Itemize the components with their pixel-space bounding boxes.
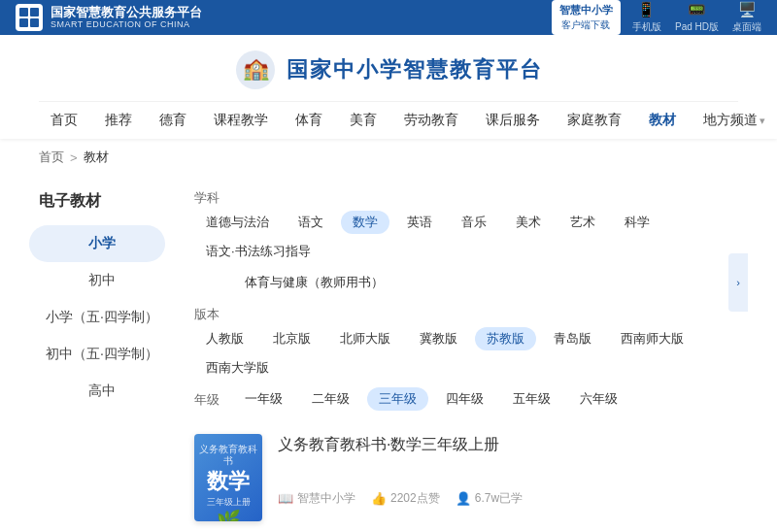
filter-tag-chinese[interactable]: 语文 [287,211,335,234]
subject-label2 [194,271,229,275]
book-item-1[interactable]: 义务教育教科书 数学 三年级上册 🌿 义务教育教科书·数学三年级上册 📖 智慧中… [194,434,728,521]
main-nav: 首页 推荐 德育 课程教学 体育 美育 劳动教育 课后服务 家庭教育 教材 地方… [39,101,738,139]
top-bar-branding: 国家智慧教育公共服务平台 SMART EDUCATION OF CHINA [16,4,202,31]
filter-tag-science[interactable]: 科学 [613,211,661,234]
phone-device[interactable]: 📱 手机版 [632,1,661,34]
nav-links: 首页 推荐 德育 课程教学 体育 美育 劳动教育 课后服务 家庭教育 教材 地方… [39,102,777,139]
svg-rect-2 [19,18,28,27]
filter-tag-calligraphy[interactable]: 语文·书法练习指导 [194,240,322,263]
filter-tag-arts[interactable]: 艺术 [558,211,607,234]
nav-courses[interactable]: 课程教学 [202,102,280,139]
svg-rect-0 [19,8,28,17]
header-logo-icon: 🏫 [234,49,277,91]
filter-edition-jijiao[interactable]: 冀教版 [408,327,469,350]
sidebar-item-middle[interactable]: 初中 [29,262,165,299]
book-list: 义务教育教科书 数学 三年级上册 🌿 义务教育教科书·数学三年级上册 📖 智慧中… [194,418,728,532]
nav-after-school[interactable]: 课后服务 [474,102,552,139]
filter-content: 学科 道德与法治 语文 数学 英语 音乐 美术 艺术 科学 语文·书法练习指导 … [175,176,728,532]
top-bar: 国家智慧教育公共服务平台 SMART EDUCATION OF CHINA 智慧… [0,0,777,35]
grade-tags: 一年级 二年级 三年级 四年级 五年级 六年级 [233,387,629,411]
book-title-1: 义务教育教科书·数学三年级上册 [278,434,728,455]
svg-rect-3 [30,18,39,27]
breadcrumb-current: 教材 [84,149,109,166]
breadcrumb-separator: > [70,150,78,165]
subject-filter-row: 学科 道德与法治 语文 数学 英语 音乐 美术 艺术 科学 语文·书法练习指导 [194,185,728,263]
sidebar-item-middle-54[interactable]: 初中（五·四学制） [29,336,165,373]
edition-filter-row: 版本 人教版 北京版 北师大版 冀教版 苏教版 青岛版 西南师大版 西南大学版 [194,302,728,380]
platform-logo [16,4,43,31]
filter-grade-5[interactable]: 五年级 [501,387,562,411]
nav-home[interactable]: 首页 [39,102,89,139]
breadcrumb: 首页 > 教材 [0,139,777,176]
svg-text:🏫: 🏫 [243,55,270,82]
dropdown-arrow: ▾ [760,115,765,127]
filter-edition-renjiaoban[interactable]: 人教版 [194,327,255,350]
subject-extra-tags: 体育与健康（教师用书） [233,271,395,294]
filter-grade-6[interactable]: 六年级 [568,387,629,411]
edition-tags: 人教版 北京版 北师大版 冀教版 苏教版 青岛版 西南师大版 西南大学版 [194,327,728,380]
device-icons: 📱 手机版 📟 Pad HD版 🖥️ 桌面端 [632,1,761,34]
pad-device[interactable]: 📟 Pad HD版 [675,1,719,34]
filter-grade-3[interactable]: 三年级 [367,387,428,411]
sidebar-title: 电子教材 [29,176,165,225]
filter-tag-moral-politics[interactable]: 道德与法治 [194,211,281,234]
breadcrumb-home[interactable]: 首页 [39,149,64,166]
nav-family[interactable]: 家庭教育 [556,102,633,139]
filter-tag-art[interactable]: 美术 [504,211,553,234]
main-content: 电子教材 小学 初中 小学（五·四学制） 初中（五·四学制） 高中 学科 道德与… [0,176,777,532]
nav-labor[interactable]: 劳动教育 [392,102,470,139]
sidebar-item-high[interactable]: 高中 [29,373,165,410]
filter-tag-english[interactable]: 英语 [395,211,444,234]
book-info-1: 义务教育教科书·数学三年级上册 📖 智慧中小学 👍 2202点赞 👤 6. [278,434,728,507]
filter-grade-2[interactable]: 二年级 [300,387,361,411]
filter-edition-xinanshida[interactable]: 西南师大版 [609,327,695,350]
book-likes-1: 👍 2202点赞 [371,490,440,507]
filter-edition-qingdao[interactable]: 青岛版 [542,327,603,350]
platform-name: 国家智慧教育公共服务平台 SMART EDUCATION OF CHINA [51,5,202,30]
sidebar: 电子教材 小学 初中 小学（五·四学制） 初中（五·四学制） 高中 [29,176,175,532]
book-meta-1: 📖 智慧中小学 👍 2202点赞 👤 6.7w已学 [278,490,728,507]
svg-rect-1 [30,8,39,17]
sidebar-item-elementary[interactable]: 小学 [29,225,165,262]
scroll-hint-area: › [728,176,748,532]
filter-edition-sujiao[interactable]: 苏教版 [475,327,536,350]
filter-tag-math[interactable]: 数学 [341,211,389,234]
subject-label: 学科 [194,185,229,207]
header: 🏫 国家中小学智慧教育平台 首页 推荐 德育 课程教学 体育 美育 劳动教育 课… [0,35,777,139]
subject-filter-row2: 体育与健康（教师用书） [194,271,728,294]
book-learners-1: 👤 6.7w已学 [456,490,523,507]
filter-edition-beijing[interactable]: 北京版 [261,327,322,350]
book-cover-1: 义务教育教科书 数学 三年级上册 🌿 [194,434,262,521]
nav-recommend[interactable]: 推荐 [93,102,144,139]
filter-edition-beishida[interactable]: 北师大版 [328,327,402,350]
nav-textbook[interactable]: 教材 [637,102,688,139]
filter-tag-pe[interactable]: 体育与健康（教师用书） [233,271,395,294]
book-publisher-1: 📖 智慧中小学 [278,490,355,507]
nav-sports[interactable]: 体育 [284,102,334,139]
nav-moral[interactable]: 德育 [148,102,198,139]
sidebar-item-elementary-54[interactable]: 小学（五·四学制） [29,299,165,336]
grade-label: 年级 [194,387,229,409]
nav-local[interactable]: 地方频道 ▾ [692,102,777,139]
filter-grade-4[interactable]: 四年级 [434,387,495,411]
edition-label: 版本 [194,302,229,323]
filter-grade-1[interactable]: 一年级 [233,387,294,411]
header-logo-text: 国家中小学智慧教育平台 [287,55,543,84]
filter-edition-xinanda[interactable]: 西南大学版 [194,356,281,380]
scroll-hint[interactable]: › [728,253,748,312]
logo-area: 🏫 国家中小学智慧教育平台 [39,35,738,101]
subject-tags: 道德与法治 语文 数学 英语 音乐 美术 艺术 科学 语文·书法练习指导 [194,211,728,263]
grade-filter-row: 年级 一年级 二年级 三年级 四年级 五年级 六年级 [194,387,728,411]
desktop-device[interactable]: 🖥️ 桌面端 [732,1,761,34]
download-button[interactable]: 智慧中小学 客户端下载 [552,0,621,34]
filter-tag-music[interactable]: 音乐 [450,211,498,234]
top-bar-actions: 智慧中小学 客户端下载 📱 手机版 📟 Pad HD版 🖥️ 桌面端 [552,0,761,34]
nav-arts[interactable]: 美育 [338,102,388,139]
